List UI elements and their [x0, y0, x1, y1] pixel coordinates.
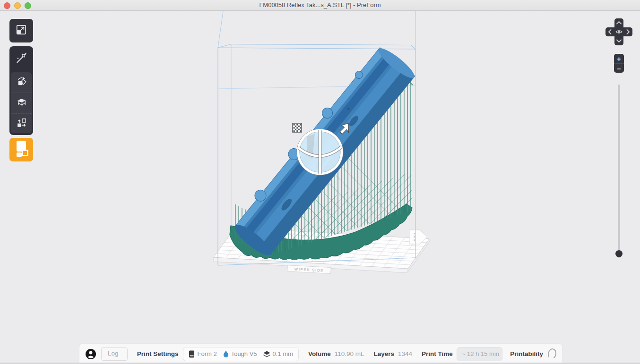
chevron-up-icon: [617, 22, 621, 24]
layers-icon: [263, 351, 270, 357]
plus-icon: +: [617, 55, 621, 62]
view-dpad: [605, 18, 632, 45]
rotate-icon: [16, 76, 27, 89]
supports-tool-button[interactable]: [11, 93, 32, 113]
chevron-right-icon: [627, 30, 630, 34]
volume-label: Volume: [308, 350, 331, 357]
minus-icon: −: [617, 65, 621, 72]
rotation-gizmo[interactable]: [297, 129, 343, 175]
printability-spinner-icon: [547, 347, 557, 360]
view-left-button[interactable]: [605, 27, 614, 36]
scene-3d: WIPER SIDE: [0, 0, 640, 364]
zoom-slider-track[interactable]: [618, 85, 620, 258]
view-right-button[interactable]: [623, 27, 632, 36]
print-time-widget: ~ 12 h 15 min: [457, 347, 502, 361]
layout-icon: [16, 117, 27, 131]
scale-tool-button[interactable]: [9, 19, 33, 42]
scale-icon: [15, 24, 27, 38]
print-icon: [9, 137, 33, 162]
print-settings-label: Print Settings: [137, 350, 179, 357]
user-icon: [85, 348, 96, 360]
viewport-3d[interactable]: WIPER SIDE: [0, 11, 640, 364]
layers-value: 1344: [398, 350, 412, 357]
one-click-print-button[interactable]: [9, 46, 33, 72]
view-down-button[interactable]: [614, 36, 623, 45]
print-button[interactable]: [9, 138, 33, 161]
orient-tool-button[interactable]: [11, 72, 32, 93]
zoom-in-button[interactable]: +: [614, 54, 624, 63]
account-button[interactable]: [85, 348, 96, 360]
printer-setting: Form 2: [189, 350, 216, 358]
layout-tool-button[interactable]: [11, 113, 32, 134]
chevron-left-icon: [609, 30, 611, 34]
volume-value: 110.90 mL: [335, 350, 364, 357]
print-settings-button[interactable]: Form 2 Tough V5 0.1 mm: [183, 347, 298, 361]
zoom-out-button[interactable]: −: [614, 63, 624, 73]
orientation-tools-panel: [11, 72, 32, 133]
zoom-slider-handle[interactable]: [615, 250, 623, 257]
printability-label: Printability: [510, 350, 543, 357]
magic-wand-icon: [15, 52, 27, 66]
eye-icon: [614, 27, 623, 36]
printer-icon: [189, 350, 195, 358]
titlebar: FM00058 Reflex Tak...s_A.STL [*] - PreFo…: [0, 0, 640, 11]
window-title: FM00058 Reflex Tak...s_A.STL [*] - PreFo…: [0, 0, 640, 10]
move-texture-icon: [293, 123, 302, 132]
zoom-control: + −: [614, 54, 624, 73]
chevron-down-icon: [617, 40, 621, 42]
supports-icon: [16, 96, 27, 110]
status-bar: Log In Print Settings Form 2 Tough V5 0.…: [79, 343, 562, 364]
view-up-button[interactable]: [614, 18, 623, 27]
layers-label: Layers: [374, 350, 395, 357]
material-setting: Tough V5: [223, 350, 257, 357]
login-button[interactable]: Log In: [101, 347, 128, 361]
resin-droplet-icon: [223, 350, 229, 357]
layer-thickness-setting: 0.1 mm: [263, 350, 293, 357]
print-time-value: ~ 12 h 15 min: [457, 347, 502, 361]
print-time-label: Print Time: [422, 350, 453, 357]
view-reset-button[interactable]: [614, 27, 623, 36]
tool-group: [9, 46, 33, 135]
